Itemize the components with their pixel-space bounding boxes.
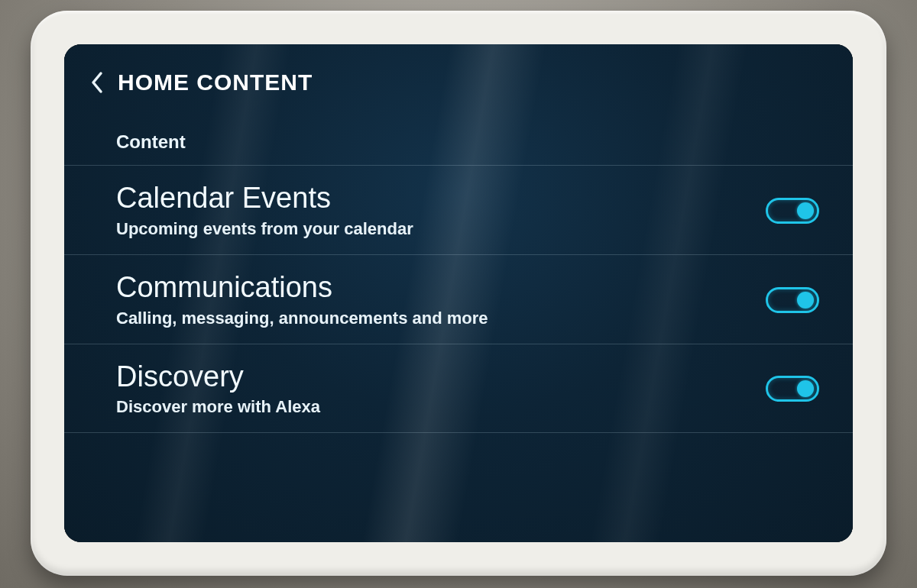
toggle-communications[interactable] — [766, 287, 819, 313]
toggle-knob — [797, 380, 814, 397]
back-button[interactable] — [87, 67, 107, 98]
page-title: HOME CONTENT — [118, 69, 313, 95]
setting-row-text: Discovery Discover more with Alexa — [116, 361, 766, 418]
settings-list[interactable]: Content Calendar Events Upcoming events … — [64, 110, 853, 433]
setting-title: Communications — [116, 272, 747, 304]
setting-row-discovery[interactable]: Discovery Discover more with Alexa — [64, 344, 853, 434]
toggle-calendar-events[interactable] — [766, 198, 819, 224]
setting-row-text: Communications Calling, messaging, annou… — [116, 272, 766, 328]
setting-row-communications[interactable]: Communications Calling, messaging, annou… — [64, 255, 853, 344]
device-bezel: HOME CONTENT Content Calendar Events Upc… — [64, 44, 853, 542]
toggle-knob — [797, 202, 814, 219]
setting-row-text: Calendar Events Upcoming events from you… — [116, 183, 766, 239]
screen: HOME CONTENT Content Calendar Events Upc… — [64, 44, 853, 542]
photo-background: HOME CONTENT Content Calendar Events Upc… — [0, 0, 917, 588]
section-label: Content — [64, 113, 853, 166]
toggle-knob — [797, 292, 814, 309]
device-frame: HOME CONTENT Content Calendar Events Upc… — [31, 11, 886, 576]
toggle-discovery[interactable] — [766, 376, 819, 402]
setting-subtitle: Calling, messaging, announcements and mo… — [116, 309, 747, 328]
setting-subtitle: Discover more with Alexa — [116, 397, 747, 417]
setting-title: Calendar Events — [116, 183, 747, 215]
setting-subtitle: Upcoming events from your calendar — [116, 219, 747, 239]
page-header: HOME CONTENT — [64, 44, 853, 110]
chevron-left-icon — [90, 71, 104, 94]
setting-title: Discovery — [116, 361, 747, 393]
setting-row-calendar-events[interactable]: Calendar Events Upcoming events from you… — [64, 166, 853, 255]
